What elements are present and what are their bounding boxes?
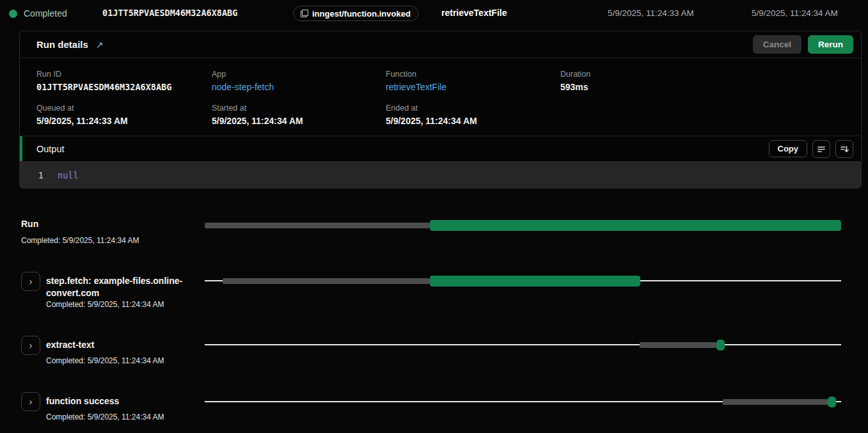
timeline-bar-step-fetch: [205, 275, 841, 287]
event-badge-label: inngest/function.invoked: [312, 9, 411, 19]
panel-title: Run details: [36, 39, 88, 50]
timeline-segment-dot: [716, 340, 725, 350]
expand-function-success-button[interactable]: ›: [21, 392, 40, 411]
word-wrap-button[interactable]: [812, 140, 830, 158]
status-label: Completed: [24, 8, 67, 19]
code-line-number: 1: [20, 170, 43, 180]
field-label: Ended at: [386, 104, 560, 113]
timeline-bar-run: [205, 219, 841, 231]
timeline-run-completed: Completed: 5/9/2025, 11:24:34 AM: [21, 236, 139, 245]
word-wrap-icon: [817, 145, 826, 154]
expand-extract-text-button[interactable]: ›: [21, 336, 40, 355]
field-label: Duration: [560, 70, 861, 79]
timeline-segment-queued: [223, 278, 430, 284]
timeline-bar-extract-text: [205, 339, 841, 350]
field-run-id: Run ID 01JTT5RPVAESDM46M32A6X8ABG: [36, 70, 212, 92]
field-label: App: [212, 70, 386, 79]
field-ended-at: Ended at 5/9/2025, 11:24:34 AM: [386, 104, 560, 126]
output-header: Output Copy: [20, 136, 861, 161]
topbar-function-name: retrieveTextFile: [441, 8, 507, 18]
field-function: Function retrieveTextFile: [386, 70, 560, 92]
timeline-segment-active: [430, 276, 640, 287]
run-id-value: 01JTT5RPVAESDM46M32A6X8ABG: [36, 82, 212, 92]
app-link[interactable]: node-step-fetch: [212, 82, 386, 92]
expand-step-fetch-button[interactable]: ›: [21, 272, 40, 291]
timeline-segment-line: [205, 344, 841, 345]
timeline-function-success-completed: Completed: 5/9/2025, 11:24:34 AM: [46, 413, 164, 421]
topbar-run-id: 01JTT5RPVAESDM46M32A6X8ABG: [102, 8, 237, 18]
output-code-block[interactable]: 1 null: [20, 161, 861, 189]
field-duration: Duration 593ms: [560, 70, 861, 92]
timeline-segment-queued: [723, 399, 828, 405]
run-details-panel: Run details ↗ Cancel Rerun Run ID 01JTT5…: [19, 31, 862, 189]
top-bar: Completed 01JTT5RPVAESDM46M32A6X8ABG inn…: [0, 0, 868, 27]
field-started-at: Started at 5/9/2025, 11:24:34 AM: [212, 104, 386, 126]
timeline-function-success-label: function success: [46, 396, 119, 406]
field-label: Started at: [212, 104, 386, 113]
output-accent-bar: [20, 136, 22, 161]
timeline-segment-dot: [828, 397, 836, 407]
expand-output-button[interactable]: [835, 140, 853, 158]
code-null-value: null: [58, 170, 79, 180]
run-status: Completed: [9, 8, 67, 19]
topbar-started-timestamp: 5/9/2025, 11:24:34 AM: [752, 8, 838, 18]
header-actions: Cancel Rerun: [753, 35, 853, 54]
ended-at-value: 5/9/2025, 11:24:34 AM: [386, 116, 560, 126]
field-app: App node-step-fetch: [212, 70, 386, 92]
event-name-badge[interactable]: inngest/function.invoked: [293, 6, 418, 21]
rerun-button[interactable]: Rerun: [808, 35, 853, 54]
timeline-bar-function-success: [205, 396, 841, 407]
timeline-segment-active: [430, 220, 841, 231]
timeline-extract-text-label: extract-text: [46, 340, 94, 350]
topbar-queued-timestamp: 5/9/2025, 11:24:33 AM: [608, 8, 694, 18]
output-actions: Copy: [769, 140, 854, 158]
output-title: Output: [36, 144, 65, 154]
function-link[interactable]: retrieveTextFile: [386, 82, 560, 92]
field-label: Run ID: [36, 70, 212, 79]
copy-icon: [301, 10, 308, 17]
timeline-segment-queued: [640, 342, 716, 348]
run-detail-grid: Run ID 01JTT5RPVAESDM46M32A6X8ABG App no…: [20, 58, 861, 126]
field-label: Queued at: [36, 104, 212, 113]
started-at-value: 5/9/2025, 11:24:34 AM: [212, 116, 386, 126]
cancel-button[interactable]: Cancel: [753, 35, 801, 54]
timeline-extract-text-completed: Completed: 5/9/2025, 11:24:34 AM: [46, 356, 164, 365]
status-dot-icon: [9, 10, 17, 18]
copy-output-button[interactable]: Copy: [769, 140, 808, 157]
field-queued-at: Queued at 5/9/2025, 11:24:33 AM: [36, 104, 212, 126]
run-details-header: Run details ↗ Cancel Rerun: [20, 31, 861, 58]
duration-value: 593ms: [560, 82, 861, 92]
field-label: Function: [386, 70, 560, 79]
external-link-icon[interactable]: ↗: [96, 40, 104, 50]
expand-lines-icon: [840, 145, 849, 154]
timeline-step-fetch-completed: Completed: 5/9/2025, 11:24:34 AM: [46, 300, 164, 309]
timeline-run-label: Run: [21, 219, 38, 229]
timeline-segment-queued: [205, 223, 430, 228]
queued-at-value: 5/9/2025, 11:24:33 AM: [36, 116, 212, 126]
timeline-step-fetch-label: step.fetch: example-files.online-convert…: [46, 275, 203, 299]
